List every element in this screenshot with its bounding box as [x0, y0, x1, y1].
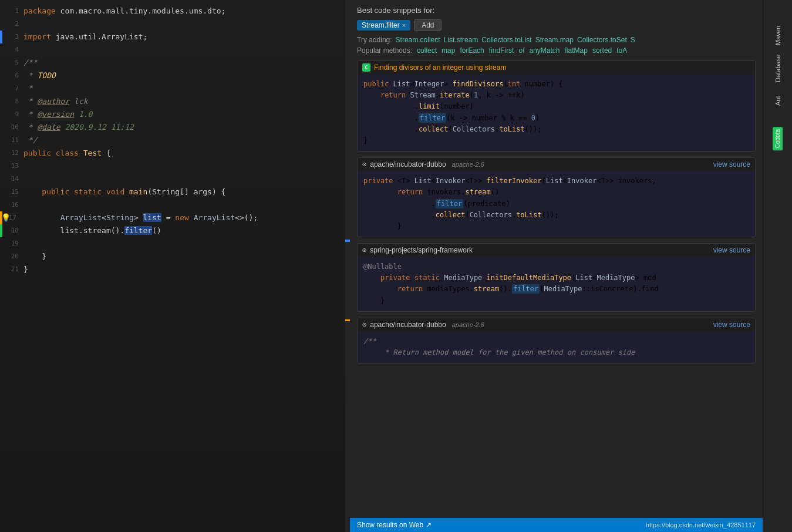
result-repo-4: apache/incubator-dubbo — [370, 321, 446, 329]
line-indicator-blue — [0, 31, 2, 43]
code-line-15: 15 public static void main(String[] args… — [0, 186, 350, 198]
maven-icon-button[interactable]: Maven — [766, 23, 790, 47]
show-results-link[interactable]: Show results on Web ↗ — [357, 521, 432, 529]
best-snippets-label: Best code snippets for: — [357, 6, 756, 15]
code-line-4: 4 — [0, 43, 350, 56]
result-header-1: C Finding divisors of an integer using s… — [358, 61, 755, 74]
result-code-3: @Nullable private static MediaType initD… — [358, 257, 755, 311]
code-line-20: 20 } — [0, 250, 350, 263]
popular-collect[interactable]: collect — [417, 46, 437, 55]
tags-row: Stream.filter × Add — [357, 19, 756, 31]
bottom-url: https://blog.csdn.net/weixin_42851117 — [646, 521, 756, 528]
code-line-17: 💡 17 ArrayList<String> list = new ArrayL… — [0, 211, 350, 224]
popular-map[interactable]: map — [442, 46, 455, 55]
panel-header: Best code snippets for: Stream.filter × … — [350, 0, 763, 58]
popular-anymatch[interactable]: anyMatch — [529, 46, 560, 55]
try-link-s[interactable]: S — [631, 36, 635, 44]
github-icon-2: ⊙ — [362, 160, 366, 169]
try-adding-label: Try adding: — [357, 36, 392, 44]
popular-foreach[interactable]: forEach — [460, 46, 484, 55]
try-link-collectors-toset[interactable]: Collectors.toSet — [577, 36, 627, 44]
result-repo-2: apache/incubator-dubbo — [370, 160, 446, 169]
bulb-icon[interactable]: 💡 — [1, 213, 11, 223]
popular-flatmap[interactable]: flatMap — [565, 46, 588, 55]
code-editor[interactable]: 1 package com.macro.mall.tiny.modules.um… — [0, 0, 350, 532]
result-license-2: apache-2.6 — [452, 161, 484, 168]
result-header-3: ⊙ spring-projects/spring-framework view … — [358, 244, 755, 257]
result-card-1: C Finding divisors of an integer using s… — [357, 60, 756, 151]
code-line-13: 13 — [0, 160, 350, 173]
result-code-2: private <T> List<Invoker<T>> filterInvok… — [358, 171, 755, 237]
side-panel: Maven Database Ant Codota — [763, 0, 792, 532]
popular-label: Popular methods: — [357, 46, 412, 55]
code-line-18: 18 list.stream().filter() — [0, 224, 350, 237]
filter-tag-label: Stream.filter — [362, 21, 400, 29]
result-header-4: ⊙ apache/incubator-dubbo apache-2.6 view… — [358, 318, 755, 331]
result-card-4: ⊙ apache/incubator-dubbo apache-2.6 view… — [357, 318, 756, 363]
add-button[interactable]: Add — [414, 19, 442, 31]
results-area[interactable]: C Finding divisors of an integer using s… — [350, 58, 763, 532]
result-card-2: ⊙ apache/incubator-dubbo apache-2.6 view… — [357, 157, 756, 237]
github-icon-3: ⊙ — [362, 246, 366, 254]
popular-sorted[interactable]: sorted — [592, 46, 612, 55]
try-link-collectors-tolist[interactable]: Collectors.toList — [481, 36, 531, 44]
code-line-10: 10 * @date 2020.9.12 11:12 — [0, 121, 350, 134]
result-header-2: ⊙ apache/incubator-dubbo apache-2.6 view… — [358, 158, 755, 171]
popular-toa[interactable]: toA — [616, 46, 627, 55]
code-line-19: 19 — [0, 237, 350, 250]
codota-logo-icon: C — [362, 63, 370, 72]
code-line-7: 7 * — [0, 82, 350, 95]
filter-tag-close[interactable]: × — [402, 22, 406, 29]
filter-tag[interactable]: Stream.filter × — [357, 20, 410, 31]
code-line-8: 8 * @author lck — [0, 95, 350, 108]
try-link-stream-map[interactable]: Stream.map — [535, 36, 574, 44]
view-source-link-3[interactable]: view source — [713, 246, 750, 254]
result-code-4: /** * Return method model for the given … — [358, 331, 755, 363]
snippets-panel: Best code snippets for: Stream.filter × … — [350, 0, 763, 532]
result-license-4: apache-2.6 — [452, 321, 484, 328]
code-line-2: 2 — [0, 18, 350, 31]
result-code-1: public List<Integer> findDivisors(int nu… — [358, 74, 755, 151]
popular-of[interactable]: of — [518, 46, 524, 55]
view-source-link-4[interactable]: view source — [713, 321, 750, 329]
code-line-12: 12 public class Test { — [0, 147, 350, 160]
popular-row: Popular methods: collect map forEach fin… — [357, 46, 756, 55]
code-line-6: 6 * TODO — [0, 69, 350, 82]
try-link-list-stream[interactable]: List.stream — [444, 36, 478, 44]
popular-findfirst[interactable]: findFirst — [489, 46, 514, 55]
result-card-3: ⊙ spring-projects/spring-framework view … — [357, 243, 756, 312]
code-line-1: 1 package com.macro.mall.tiny.modules.um… — [0, 5, 350, 18]
code-line-14: 14 — [0, 173, 350, 186]
database-icon-button[interactable]: Database — [766, 56, 790, 80]
code-line-3: 3 import java.util.ArrayList; — [0, 31, 350, 43]
bottom-bar: Show results on Web ↗ https://blog.csdn.… — [350, 518, 763, 532]
code-line-11: 11 */ — [0, 134, 350, 147]
code-line-5: 5 /** — [0, 56, 350, 69]
code-line-9: 9 * @version 1.0 — [0, 108, 350, 121]
ant-icon-button[interactable]: Ant — [766, 89, 790, 113]
view-source-link-2[interactable]: view source — [713, 160, 750, 169]
try-link-stream-collect[interactable]: Stream.collect — [396, 36, 440, 44]
line-indicator-green — [0, 224, 2, 237]
result-repo-3: spring-projects/spring-framework — [370, 246, 473, 254]
result-title-1: Finding divisors of an integer using str… — [374, 63, 750, 72]
try-adding-row: Try adding: Stream.collect List.stream C… — [357, 36, 756, 44]
github-icon-4: ⊙ — [362, 321, 366, 329]
code-line-21: 21 } — [0, 263, 350, 276]
code-line-16: 16 — [0, 198, 350, 211]
codota-side-icon-button[interactable]: Codota — [773, 127, 783, 150]
